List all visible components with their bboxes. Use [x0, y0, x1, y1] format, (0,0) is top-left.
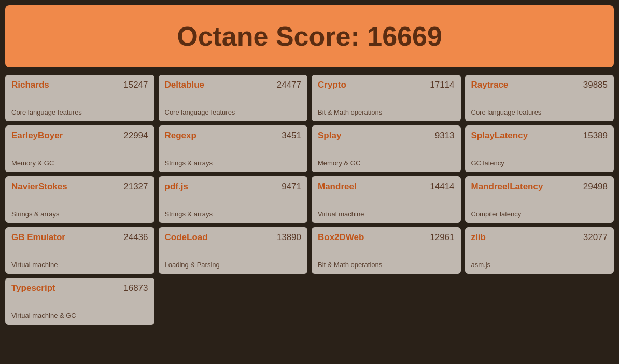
card-benchmark-score: 14414: [430, 181, 454, 192]
card-benchmark-desc: Core language features: [165, 104, 302, 116]
card-benchmark-desc: Memory & GC: [318, 155, 455, 167]
card-header: zlib32077: [471, 232, 608, 243]
card-benchmark-score: 13890: [277, 232, 301, 243]
card-benchmark-desc: Memory & GC: [11, 155, 148, 167]
card-header: Crypto17114: [318, 80, 455, 90]
card-header: MandreelLatency29498: [471, 181, 608, 192]
card-benchmark-name: Mandreel: [318, 181, 357, 192]
card-benchmark-desc: Strings & arrays: [165, 206, 302, 218]
benchmark-card: Mandreel14414Virtual machine: [312, 176, 461, 223]
benchmark-card: pdf.js9471Strings & arrays: [159, 176, 308, 223]
card-benchmark-score: 24477: [277, 80, 301, 90]
card-benchmark-score: 22994: [123, 131, 148, 141]
card-header: pdf.js9471: [165, 181, 302, 192]
benchmark-card: CodeLoad13890Loading & Parsing: [159, 227, 308, 274]
card-benchmark-name: zlib: [471, 232, 486, 243]
card-benchmark-desc: Compiler latency: [471, 206, 608, 218]
card-header: Richards15247: [11, 80, 148, 90]
card-benchmark-score: 9313: [435, 131, 455, 141]
card-benchmark-desc: Core language features: [11, 104, 148, 116]
card-header: SplayLatency15389: [471, 131, 608, 141]
card-header: Splay9313: [318, 131, 455, 141]
benchmark-card: MandreelLatency29498Compiler latency: [465, 176, 614, 223]
card-header: NavierStokes21327: [11, 181, 148, 192]
card-header: Mandreel14414: [318, 181, 455, 192]
card-header: Raytrace39885: [471, 80, 608, 90]
benchmark-card: Deltablue24477Core language features: [159, 75, 308, 121]
benchmark-grid: Richards15247Core language featuresDelta…: [5, 75, 614, 325]
card-benchmark-score: 3451: [282, 131, 301, 141]
card-benchmark-desc: Core language features: [471, 104, 608, 116]
card-benchmark-desc: asm.js: [471, 257, 608, 269]
card-benchmark-score: 15389: [583, 131, 608, 141]
benchmark-card: Box2DWeb12961Bit & Math operations: [312, 227, 461, 274]
benchmark-card: NavierStokes21327Strings & arrays: [5, 176, 154, 223]
card-header: Regexp3451: [165, 131, 302, 141]
card-benchmark-name: GB Emulator: [11, 232, 65, 243]
card-benchmark-desc: Bit & Math operations: [318, 104, 455, 116]
benchmark-card: Richards15247Core language features: [5, 75, 154, 121]
card-benchmark-score: 12961: [430, 232, 454, 243]
card-benchmark-name: NavierStokes: [11, 181, 67, 192]
card-benchmark-name: Splay: [318, 131, 341, 141]
card-benchmark-desc: Strings & arrays: [11, 206, 148, 218]
octane-header: Octane Score: 16669: [5, 5, 614, 67]
card-benchmark-desc: Strings & arrays: [165, 155, 302, 167]
card-header: GB Emulator24436: [11, 232, 148, 243]
benchmark-card: zlib32077asm.js: [465, 227, 614, 274]
benchmark-card: Raytrace39885Core language features: [465, 75, 614, 121]
benchmark-card: EarleyBoyer22994Memory & GC: [5, 125, 154, 172]
card-benchmark-name: EarleyBoyer: [11, 131, 63, 141]
benchmark-card: SplayLatency15389GC latency: [465, 125, 614, 172]
card-header: Deltablue24477: [165, 80, 302, 90]
card-benchmark-score: 29498: [583, 181, 608, 192]
card-benchmark-desc: Loading & Parsing: [165, 257, 302, 269]
card-header: Typescript16873: [11, 283, 148, 293]
card-benchmark-desc: Virtual machine: [11, 257, 148, 269]
card-benchmark-score: 17114: [430, 80, 454, 90]
card-benchmark-name: Raytrace: [471, 80, 509, 90]
octane-score-title: Octane Score: 16669: [16, 21, 603, 52]
card-benchmark-score: 32077: [583, 232, 608, 243]
benchmark-card: GB Emulator24436Virtual machine: [5, 227, 154, 274]
card-benchmark-name: CodeLoad: [165, 232, 208, 243]
card-benchmark-name: Regexp: [165, 131, 196, 141]
card-benchmark-name: Typescript: [11, 283, 55, 293]
card-header: CodeLoad13890: [165, 232, 302, 243]
card-benchmark-name: MandreelLatency: [471, 181, 543, 192]
card-benchmark-name: Box2DWeb: [318, 232, 364, 243]
benchmark-card: Typescript16873Virtual machine & GC: [5, 278, 154, 325]
card-benchmark-score: 9471: [282, 181, 301, 192]
card-benchmark-name: Richards: [11, 80, 49, 90]
card-benchmark-desc: Virtual machine & GC: [11, 307, 148, 319]
card-benchmark-score: 16873: [123, 283, 148, 293]
card-benchmark-name: Deltablue: [165, 80, 205, 90]
benchmark-card: Crypto17114Bit & Math operations: [312, 75, 461, 121]
card-benchmark-score: 39885: [583, 80, 608, 90]
benchmark-card: Splay9313Memory & GC: [312, 125, 461, 172]
card-benchmark-desc: GC latency: [471, 155, 608, 167]
card-benchmark-score: 15247: [123, 80, 148, 90]
benchmark-card: Regexp3451Strings & arrays: [159, 125, 308, 172]
card-header: EarleyBoyer22994: [11, 131, 148, 141]
card-benchmark-score: 21327: [123, 181, 148, 192]
card-benchmark-desc: Virtual machine: [318, 206, 455, 218]
card-benchmark-desc: Bit & Math operations: [318, 257, 455, 269]
card-benchmark-name: pdf.js: [165, 181, 188, 192]
card-benchmark-score: 24436: [123, 232, 148, 243]
card-benchmark-name: SplayLatency: [471, 131, 528, 141]
card-benchmark-name: Crypto: [318, 80, 346, 90]
card-header: Box2DWeb12961: [318, 232, 455, 243]
